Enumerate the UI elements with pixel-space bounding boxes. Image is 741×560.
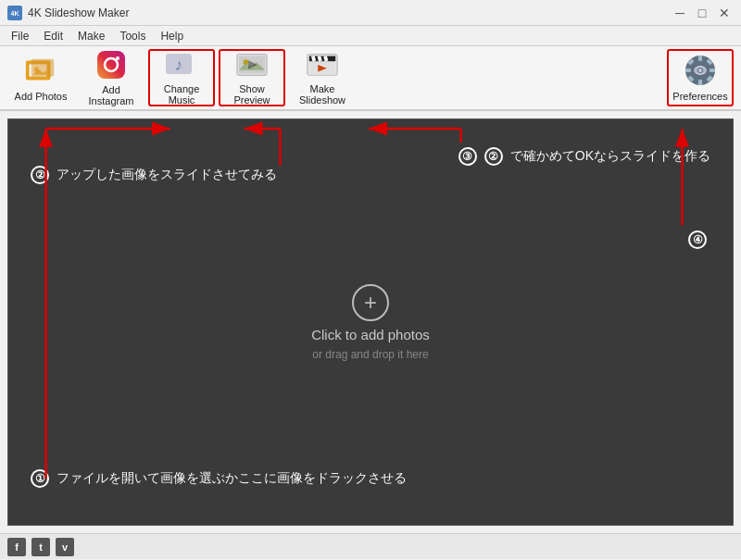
svg-text:4K: 4K <box>11 10 19 17</box>
annotation-number-1: ① <box>31 469 49 488</box>
preferences-label: Preferences <box>672 91 727 102</box>
menu-help[interactable]: Help <box>153 28 191 44</box>
show-preview-label: Show Preview <box>224 83 280 106</box>
change-music-button[interactable]: ♪ Change Music <box>148 49 215 106</box>
window-title: 4K Slideshow Maker <box>28 6 671 19</box>
social-icons: f t v <box>7 538 74 556</box>
facebook-icon[interactable]: f <box>7 538 26 556</box>
add-instagram-label: Add Instagram <box>82 84 140 106</box>
add-instagram-button[interactable]: Add Instagram <box>78 49 144 106</box>
preferences-icon <box>684 54 717 87</box>
change-music-icon: ♪ <box>165 50 198 80</box>
menu-bar: File Edit Make Tools Help <box>0 26 741 46</box>
svg-rect-7 <box>97 51 125 79</box>
close-button[interactable]: ✕ <box>715 4 734 22</box>
menu-tools[interactable]: Tools <box>112 28 153 44</box>
vimeo-icon[interactable]: v <box>56 538 74 556</box>
svg-rect-26 <box>698 80 702 85</box>
svg-text:♪: ♪ <box>175 56 183 74</box>
svg-point-9 <box>116 56 119 60</box>
drop-zone-title: Click to add photos <box>311 327 430 342</box>
add-photos-circle[interactable]: + <box>352 284 389 321</box>
toolbar: Add Photos Add Instagram <box>0 46 741 111</box>
annotation-number-2a: ② <box>31 166 49 184</box>
minimize-button[interactable]: ─ <box>671 4 689 22</box>
menu-edit[interactable]: Edit <box>36 28 70 44</box>
svg-rect-6 <box>31 59 55 77</box>
window-controls: ─ □ ✕ <box>671 4 734 22</box>
maximize-button[interactable]: □ <box>693 4 711 22</box>
drop-zone[interactable]: + Click to add photos or drag and drop i… <box>311 284 430 361</box>
svg-rect-25 <box>698 56 702 61</box>
annotation-number-2b: ② <box>484 147 503 166</box>
svg-rect-27 <box>685 68 691 72</box>
show-preview-icon <box>235 50 269 80</box>
add-photos-button[interactable]: Add Photos <box>7 49 74 106</box>
menu-make[interactable]: Make <box>70 28 112 44</box>
show-preview-button[interactable]: Show Preview <box>219 49 285 106</box>
app-icon: 4K <box>7 6 22 20</box>
twitter-icon[interactable]: t <box>31 538 50 556</box>
drop-zone-subtitle: or drag and drop it here <box>312 348 428 361</box>
bottom-bar: f t v <box>0 533 741 559</box>
annotation-2b-3: ③ ② で確かめてOKならスライドを作る <box>458 147 710 166</box>
make-slideshow-icon <box>306 50 339 80</box>
add-photos-icon <box>24 54 57 87</box>
main-content-area: ① ファイルを開いて画像を選ぶかここに画像をドラックさせる ② アップした画像を… <box>7 118 734 526</box>
annotation-2a: ② アップした画像をスライドさせてみる <box>31 166 277 184</box>
svg-point-37 <box>698 68 702 72</box>
add-photos-label: Add Photos <box>15 91 68 102</box>
add-instagram-icon <box>94 49 128 81</box>
title-bar: 4K 4K Slideshow Maker ─ □ ✕ <box>0 0 741 26</box>
preferences-button[interactable]: Preferences <box>667 49 734 106</box>
annotation-4: ④ <box>688 230 710 249</box>
annotation-number-3: ③ <box>458 147 477 166</box>
change-music-label: Change Music <box>154 83 209 106</box>
svg-rect-28 <box>710 68 715 72</box>
make-slideshow-label: Make Slideshow <box>294 83 351 106</box>
make-slideshow-button[interactable]: Make Slideshow <box>289 49 356 106</box>
menu-file[interactable]: File <box>4 28 36 44</box>
annotation-number-4: ④ <box>688 230 707 249</box>
annotation-1: ① ファイルを開いて画像を選ぶかここに画像をドラックさせる <box>31 469 407 488</box>
